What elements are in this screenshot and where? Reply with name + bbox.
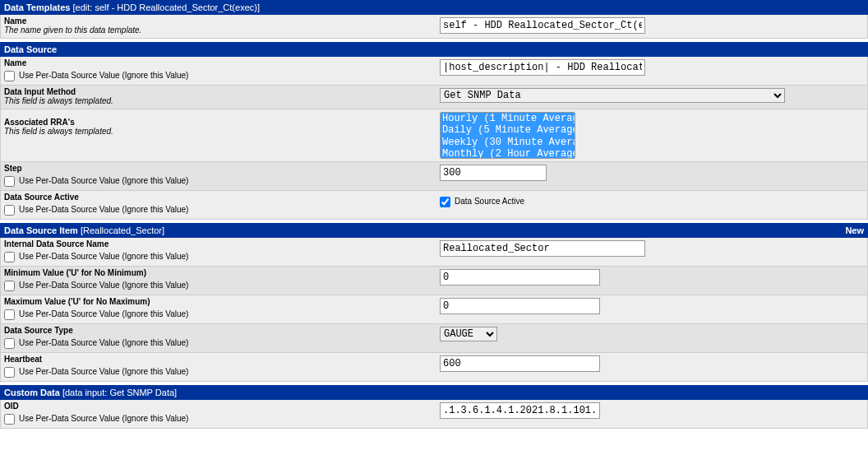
max-label: Maximum Value ('U' for No Maximum) — [4, 297, 433, 306]
section-header-data-source-item: New Data Source Item [Reallocated_Sector… — [0, 223, 868, 238]
ignore-label: Use Per-Data Source Value (Ignore this V… — [17, 367, 188, 376]
step-input[interactable] — [440, 165, 547, 181]
new-link[interactable]: New — [845, 225, 864, 235]
ds-name-input[interactable] — [440, 59, 645, 76]
dst-ignore-checkbox[interactable] — [4, 338, 15, 349]
hb-label: Heartbeat — [4, 355, 433, 364]
active-cb-label: Data Source Active — [453, 197, 524, 206]
section-header-data-templates: Data Templates [edit: self - HDD Realloc… — [0, 0, 868, 15]
dim-hint: This field is always templated. — [4, 96, 113, 105]
oid-ignore-checkbox[interactable] — [4, 414, 15, 425]
step-ignore-checkbox[interactable] — [4, 176, 15, 187]
section-header-data-source: Data Source — [0, 42, 868, 57]
max-ignore-checkbox[interactable] — [4, 309, 15, 320]
section-subtitle: [Reallocated_Sector] — [81, 225, 164, 235]
rra-label: Associated RRA's — [4, 118, 433, 127]
ignore-label: Use Per-Data Source Value (Ignore this V… — [17, 309, 188, 318]
oid-label: OID — [4, 402, 433, 411]
ds-name-label: Name — [4, 58, 433, 67]
name-label: Name — [4, 16, 433, 26]
template-name-input[interactable] — [440, 17, 645, 34]
section-title: Data Templates — [4, 2, 71, 12]
section-subtitle: [data input: Get SNMP Data] — [62, 388, 177, 397]
ignore-label: Use Per-Data Source Value (Ignore this V… — [17, 281, 188, 290]
ignore-label: Use Per-Data Source Value (Ignore this V… — [17, 338, 188, 347]
min-label: Minimum Value ('U' for No Minimum) — [4, 268, 433, 277]
ds-name-ignore-checkbox[interactable] — [4, 71, 15, 81]
ignore-label: Use Per-Data Source Value (Ignore this V… — [17, 414, 188, 423]
internal-ds-name-input[interactable] — [440, 240, 645, 257]
step-label: Step — [4, 164, 433, 173]
active-label: Data Source Active — [4, 193, 433, 202]
section-header-custom-data: Custom Data [data input: Get SNMP Data] — [0, 385, 868, 400]
idsn-ignore-checkbox[interactable] — [4, 252, 15, 262]
dst-label: Data Source Type — [4, 326, 433, 335]
data-input-method-select[interactable]: Get SNMP Data — [440, 88, 785, 103]
data-source-type-select[interactable]: GAUGE — [440, 327, 497, 341]
rra-hint: This field is always templated. — [4, 127, 113, 136]
ignore-label: Use Per-Data Source Value (Ignore this V… — [17, 252, 188, 261]
section-title: Data Source Item — [4, 225, 78, 235]
max-value-input[interactable] — [440, 298, 600, 314]
section-subtitle: [edit: self - HDD Reallocated_Sector_Ct(… — [73, 2, 260, 12]
data-source-active-checkbox[interactable] — [440, 197, 450, 207]
hb-ignore-checkbox[interactable] — [4, 367, 15, 378]
associated-rra-select[interactable]: Hourly (1 Minute Average) Daily (5 Minut… — [440, 112, 575, 159]
min-ignore-checkbox[interactable] — [4, 281, 15, 291]
ignore-label: Use Per-Data Source Value (Ignore this V… — [17, 71, 188, 80]
ignore-label: Use Per-Data Source Value (Ignore this V… — [17, 176, 188, 185]
section-title: Data Source — [4, 44, 57, 54]
min-value-input[interactable] — [440, 269, 600, 286]
active-ignore-checkbox[interactable] — [4, 205, 15, 216]
heartbeat-input[interactable] — [440, 355, 600, 372]
ignore-label: Use Per-Data Source Value (Ignore this V… — [17, 205, 188, 214]
idsn-label: Internal Data Source Name — [4, 239, 433, 248]
name-hint: The name given to this data template. — [4, 26, 141, 35]
section-title: Custom Data — [4, 388, 60, 397]
dim-label: Data Input Method — [4, 87, 433, 96]
oid-input[interactable] — [440, 402, 600, 419]
